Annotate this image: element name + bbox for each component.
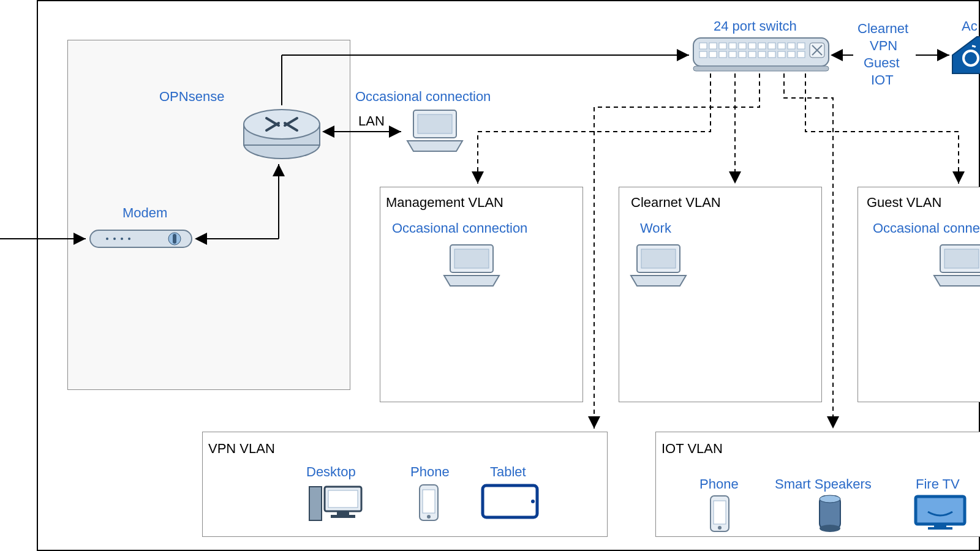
connectors: [0, 0, 980, 551]
